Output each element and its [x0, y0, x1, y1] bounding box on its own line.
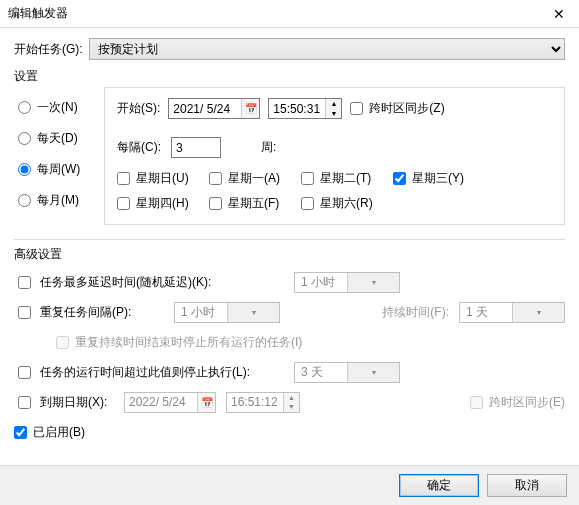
- day-thu[interactable]: 星期四(H): [117, 195, 195, 212]
- recur-every-input[interactable]: [171, 137, 221, 158]
- day-tue[interactable]: 星期二(T): [301, 170, 379, 187]
- day-wed[interactable]: 星期三(Y): [393, 170, 471, 187]
- calendar-icon[interactable]: 📅: [241, 99, 259, 118]
- day-mon-checkbox[interactable]: [209, 172, 222, 185]
- start-time-field[interactable]: ▲ ▼: [268, 98, 342, 119]
- day-fri[interactable]: 星期五(F): [209, 195, 287, 212]
- advanced-label: 高级设置: [14, 246, 565, 263]
- adv-repeat-stop-checkbox: [56, 336, 69, 349]
- adv-expire-checkbox[interactable]: [18, 396, 31, 409]
- day-wed-checkbox[interactable]: [393, 172, 406, 185]
- day-sat-label: 星期六(R): [320, 195, 373, 212]
- time-spinner: ▲ ▼: [283, 393, 299, 412]
- day-tue-label: 星期二(T): [320, 170, 371, 187]
- adv-stop-after-value: 3 天: [295, 364, 347, 381]
- adv-repeat-combo[interactable]: 1 小时 ▾: [174, 302, 280, 323]
- adv-expire-row: 到期日期(X): 📅 ▲ ▼ 跨时区同步(E): [14, 391, 565, 413]
- adv-stop-after-label: 任务的运行时间超过此值则停止执行(L):: [40, 364, 250, 381]
- freq-once[interactable]: 一次(N): [18, 99, 86, 116]
- adv-random-delay-row: 任务最多延迟时间(随机延迟)(K): 1 小时 ▾: [14, 271, 565, 293]
- adv-expire-date-field[interactable]: 📅: [124, 392, 216, 413]
- freq-monthly-radio[interactable]: [18, 194, 31, 207]
- adv-stop-after-row: 任务的运行时间超过此值则停止执行(L): 3 天 ▾: [14, 361, 565, 383]
- freq-monthly[interactable]: 每月(M): [18, 192, 86, 209]
- adv-random-delay-combo[interactable]: 1 小时 ▾: [294, 272, 400, 293]
- day-sun-checkbox[interactable]: [117, 172, 130, 185]
- settings-area: 一次(N) 每天(D) 每周(W) 每月(M) 开始(S): 📅: [14, 87, 565, 225]
- start-time-input[interactable]: [269, 99, 325, 118]
- begin-label: 开始任务(G):: [14, 41, 83, 58]
- adv-enabled-row: 已启用(B): [14, 421, 565, 443]
- adv-enabled[interactable]: 已启用(B): [14, 424, 85, 441]
- content: 开始任务(G): 按预定计划 设置 一次(N) 每天(D) 每周(W) 每月(M…: [0, 28, 579, 455]
- adv-repeat-stop-label: 重复持续时间结束时停止所有运行的任务(I): [75, 334, 302, 351]
- spin-up-icon: ▲: [284, 393, 299, 403]
- adv-expire-tz-checkbox: [470, 396, 483, 409]
- begin-row: 开始任务(G): 按预定计划: [14, 38, 565, 60]
- frequency-column: 一次(N) 每天(D) 每周(W) 每月(M): [14, 87, 90, 209]
- days-grid: 星期日(U) 星期一(A) 星期二(T) 星期三(Y) 星期四(H): [117, 170, 552, 212]
- time-spinner[interactable]: ▲ ▼: [325, 99, 341, 118]
- day-sun-label: 星期日(U): [136, 170, 189, 187]
- adv-expire[interactable]: 到期日期(X):: [14, 393, 114, 412]
- adv-expire-date-input: [125, 393, 197, 412]
- adv-enabled-label: 已启用(B): [33, 424, 85, 441]
- begin-task-select[interactable]: 按预定计划: [89, 38, 565, 60]
- day-sat-checkbox[interactable]: [301, 197, 314, 210]
- adv-repeat-row: 重复任务间隔(P): 1 小时 ▾ 持续时间(F): 1 天 ▾: [14, 301, 565, 323]
- freq-weekly-label: 每周(W): [37, 161, 80, 178]
- freq-daily[interactable]: 每天(D): [18, 130, 86, 147]
- day-tue-checkbox[interactable]: [301, 172, 314, 185]
- footer: 确定 取消: [0, 465, 579, 505]
- start-date-input[interactable]: [169, 99, 241, 118]
- adv-repeat-stop-row: 重复持续时间结束时停止所有运行的任务(I): [56, 331, 565, 353]
- day-fri-checkbox[interactable]: [209, 197, 222, 210]
- adv-expire-tz: 跨时区同步(E): [470, 394, 565, 411]
- tz-sync[interactable]: 跨时区同步(Z): [350, 100, 444, 117]
- adv-expire-time-input: [227, 393, 283, 412]
- cancel-button[interactable]: 取消: [487, 474, 567, 497]
- adv-expire-time-field[interactable]: ▲ ▼: [226, 392, 300, 413]
- day-wed-label: 星期三(Y): [412, 170, 464, 187]
- freq-daily-radio[interactable]: [18, 132, 31, 145]
- close-button[interactable]: ✕: [539, 0, 579, 28]
- adv-repeat-checkbox[interactable]: [18, 306, 31, 319]
- spin-up-icon[interactable]: ▲: [326, 99, 341, 109]
- dropdown-icon: ▾: [512, 303, 564, 322]
- recur-unit-label: 周:: [261, 139, 276, 156]
- day-sat[interactable]: 星期六(R): [301, 195, 379, 212]
- ok-button[interactable]: 确定: [399, 474, 479, 497]
- day-thu-label: 星期四(H): [136, 195, 189, 212]
- freq-weekly[interactable]: 每周(W): [18, 161, 86, 178]
- freq-weekly-radio[interactable]: [18, 163, 31, 176]
- freq-once-label: 一次(N): [37, 99, 78, 116]
- adv-stop-after-checkbox[interactable]: [18, 366, 31, 379]
- schedule-box: 开始(S): 📅 ▲ ▼ 跨时区同步(Z) 每: [104, 87, 565, 225]
- day-thu-checkbox[interactable]: [117, 197, 130, 210]
- calendar-icon: 📅: [197, 393, 215, 412]
- adv-repeat[interactable]: 重复任务间隔(P):: [14, 303, 164, 322]
- adv-stop-after[interactable]: 任务的运行时间超过此值则停止执行(L):: [14, 363, 284, 382]
- adv-random-delay-checkbox[interactable]: [18, 276, 31, 289]
- freq-once-radio[interactable]: [18, 101, 31, 114]
- adv-random-delay-label: 任务最多延迟时间(随机延迟)(K):: [40, 274, 211, 291]
- adv-enabled-checkbox[interactable]: [14, 426, 27, 439]
- spin-down-icon[interactable]: ▼: [326, 109, 341, 119]
- freq-daily-label: 每天(D): [37, 130, 78, 147]
- freq-monthly-label: 每月(M): [37, 192, 79, 209]
- start-row: 开始(S): 📅 ▲ ▼ 跨时区同步(Z): [117, 98, 552, 119]
- start-date-field[interactable]: 📅: [168, 98, 260, 119]
- tz-sync-checkbox[interactable]: [350, 102, 363, 115]
- adv-random-delay[interactable]: 任务最多延迟时间(随机延迟)(K):: [14, 273, 284, 292]
- adv-stop-after-combo[interactable]: 3 天 ▾: [294, 362, 400, 383]
- settings-label: 设置: [14, 68, 565, 85]
- recur-row: 每隔(C): 周:: [117, 137, 552, 158]
- day-mon[interactable]: 星期一(A): [209, 170, 287, 187]
- dropdown-icon: ▾: [227, 303, 279, 322]
- adv-random-delay-value: 1 小时: [295, 274, 347, 291]
- adv-repeat-duration-combo[interactable]: 1 天 ▾: [459, 302, 565, 323]
- start-label: 开始(S):: [117, 100, 160, 117]
- close-icon: ✕: [553, 6, 565, 22]
- day-sun[interactable]: 星期日(U): [117, 170, 195, 187]
- adv-repeat-label: 重复任务间隔(P):: [40, 304, 131, 321]
